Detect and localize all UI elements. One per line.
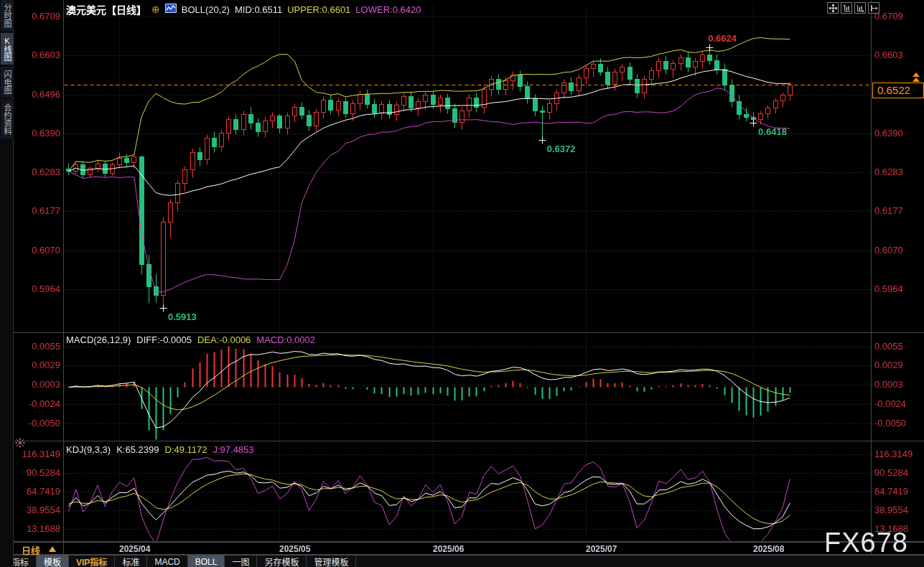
price-up-arrow-icon: [913, 72, 920, 77]
axis-tick-label: 0.6283: [874, 167, 923, 178]
price-annotation: 0.6624: [708, 33, 737, 44]
axis-tick-label: 0.0029: [874, 360, 923, 371]
bottom-tab-4[interactable]: MACD: [147, 556, 187, 567]
kdj-name: KDJ(9,3,3): [66, 444, 111, 455]
macd-dea-value: DEA:-0.0006: [197, 334, 251, 345]
x-axis-month-label: 2025/06: [433, 544, 464, 554]
price-annotation: 0.6418: [758, 126, 787, 137]
price-annotation: 0.5913: [168, 311, 197, 322]
axis-tick-label: 0.0003: [13, 379, 60, 390]
kdj-j-value: J:97.4853: [213, 444, 253, 455]
x-axis-month-label: 2025/04: [119, 544, 150, 554]
axis-tick-label: -0.0050: [13, 418, 60, 429]
axis-tick-label: 64.7419: [13, 486, 60, 497]
axis-tick-label: 116.3149: [874, 449, 923, 460]
pan-right-icon[interactable]: [868, 2, 879, 14]
bottom-tab-7[interactable]: 另存模板: [257, 556, 307, 567]
sidebar-item-3[interactable]: 合约资料: [1, 100, 14, 139]
chart-canvas[interactable]: [0, 0, 924, 567]
sidebar-item-0[interactable]: 分时图: [1, 0, 14, 31]
axis-tick-label: 0.0029: [13, 360, 60, 371]
caret-up-icon[interactable]: [49, 546, 56, 552]
axis-tick-label: 0.6603: [874, 50, 923, 61]
kdj-d-value: D:49.1172: [164, 444, 207, 455]
axis-tick-label: 0.6070: [874, 245, 923, 256]
kdj-k-value: K:65.2399: [116, 444, 159, 455]
axis-tick-label: 0.6603: [13, 50, 60, 61]
macd-macd-value: MACD:0.0002: [256, 334, 315, 345]
axis-tick-label: 0.6709: [13, 11, 60, 22]
macd-diff-value: DIFF:-0.0005: [136, 334, 192, 345]
boll-upper-value: UPPER:0.6601: [287, 4, 350, 15]
scale-y-axis-icon[interactable]: [841, 2, 852, 14]
axis-tick-label: 0.6390: [13, 128, 60, 139]
scale-x-axis-icon[interactable]: [854, 2, 866, 14]
axis-tick-label: 0.6709: [874, 11, 923, 22]
axis-tick-label: 0.6496: [13, 89, 60, 100]
axis-tick-label: 64.7419: [874, 486, 923, 497]
axis-tick-label: 0.6177: [13, 205, 60, 217]
axis-tick-label: -0.0050: [874, 418, 923, 429]
axis-tick-label: 0.6390: [874, 128, 923, 139]
bottom-toolbar: 指标模板VIP指标标准MACDBOLL一图另存模板管理模板: [0, 555, 924, 567]
add-indicator-icon[interactable]: ⊕: [151, 4, 160, 15]
axis-tick-label: 0.0055: [13, 341, 60, 352]
bottom-tab-5[interactable]: BOLL: [188, 556, 225, 567]
x-axis-month-label: 2025/08: [753, 544, 784, 554]
x-axis-month-label: 2025/05: [279, 544, 310, 554]
boll-lower-value: LOWER:0.6420: [355, 4, 421, 15]
axis-tick-label: 38.9554: [874, 505, 923, 516]
kdj-panel-header: KDJ(9,3,3) K:65.2399 D:49.1172 J:97.4853: [66, 444, 254, 455]
period-row: 日线 2025/042025/052025/062025/072025/08: [0, 542, 924, 555]
axis-tick-label: 0.6177: [874, 205, 923, 217]
x-axis-month-label: 2025/07: [586, 544, 617, 554]
axis-tick-label: 0.5964: [874, 284, 923, 295]
crosshair-icon[interactable]: [827, 2, 839, 14]
main-chart-header: 澳元美元【日线】 ⊕ BOLL(20,2) MID:0.6511 UPPER:0…: [66, 3, 421, 16]
boll-label: BOLL(20,2): [182, 4, 230, 15]
axis-tick-label: 0.6283: [13, 167, 60, 178]
current-price-box: 0.6522: [872, 83, 924, 98]
axis-tick-label: 13.1688: [874, 523, 923, 535]
sidebar-item-1[interactable]: K线图: [1, 33, 14, 65]
axis-tick-label: 90.5284: [874, 467, 923, 479]
axis-tick-label: -0.0024: [13, 398, 60, 410]
axis-tick-label: 0.0003: [874, 379, 923, 390]
macd-name: MACD(26,12,9): [66, 334, 131, 345]
price-up-arrow-icon: [913, 78, 920, 82]
chart-style-icon[interactable]: [165, 4, 177, 15]
sidebar-item-2[interactable]: 闪电图: [1, 67, 14, 98]
bottom-tab-3[interactable]: 标准: [115, 556, 147, 567]
trading-app: 分时图K线图闪电图合约资料 澳元美元【日线】 ⊕ BOLL(20,2) MID:…: [0, 0, 924, 567]
chart-type-sidebar: 分时图K线图闪电图合约资料: [0, 0, 14, 567]
macd-panel-header: MACD(26,12,9) DIFF:-0.0005 DEA:-0.0006 M…: [66, 334, 315, 345]
chart-toolbar: [827, 2, 879, 14]
symbol-title: 澳元美元【日线】: [66, 2, 146, 17]
axis-tick-label: 38.9554: [13, 505, 60, 516]
starburst-icon[interactable]: [15, 438, 25, 451]
bottom-tab-8[interactable]: 管理模板: [307, 556, 356, 567]
bottom-tab-1[interactable]: 模板: [37, 556, 69, 567]
axis-tick-label: -0.0024: [874, 398, 923, 410]
bottom-tab-2[interactable]: VIP指标: [69, 556, 115, 567]
axis-tick-label: 0.5964: [13, 284, 60, 295]
bottom-tab-6[interactable]: 一图: [225, 556, 257, 567]
boll-mid-value: MID:0.6511: [235, 4, 282, 15]
axis-tick-label: 0.6070: [13, 245, 60, 256]
price-annotation: 0.6372: [547, 144, 576, 154]
axis-tick-label: 13.1688: [13, 523, 60, 535]
axis-tick-label: 0.0055: [874, 341, 923, 352]
axis-tick-label: 90.5284: [13, 467, 60, 479]
